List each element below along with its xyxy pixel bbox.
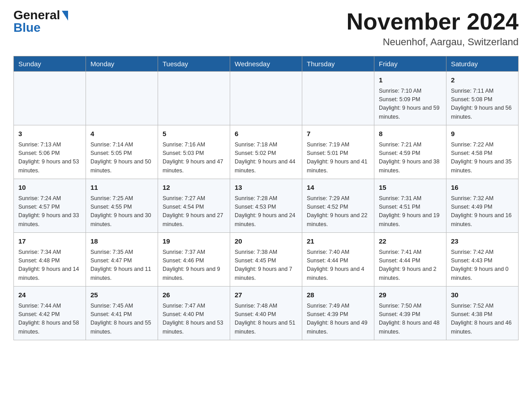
calendar-cell xyxy=(86,72,158,125)
calendar-cell: 1Sunrise: 7:10 AM Sunset: 5:09 PM Daylig… xyxy=(374,72,446,125)
calendar-cell: 26Sunrise: 7:47 AM Sunset: 4:40 PM Dayli… xyxy=(158,287,230,340)
calendar-cell: 27Sunrise: 7:48 AM Sunset: 4:40 PM Dayli… xyxy=(230,287,302,340)
day-number: 24 xyxy=(18,290,81,300)
day-info: Sunrise: 7:13 AM Sunset: 5:06 PM Dayligh… xyxy=(18,141,81,176)
header-day-tuesday: Tuesday xyxy=(158,56,230,72)
calendar-cell: 14Sunrise: 7:29 AM Sunset: 4:52 PM Dayli… xyxy=(302,179,374,233)
calendar-cell: 21Sunrise: 7:40 AM Sunset: 4:44 PM Dayli… xyxy=(302,233,374,287)
header-day-saturday: Saturday xyxy=(446,56,519,72)
logo-general: General xyxy=(13,9,60,21)
calendar-cell: 24Sunrise: 7:44 AM Sunset: 4:42 PM Dayli… xyxy=(14,287,86,340)
calendar-cell: 13Sunrise: 7:28 AM Sunset: 4:53 PM Dayli… xyxy=(230,179,302,233)
day-number: 22 xyxy=(379,236,442,247)
header-day-monday: Monday xyxy=(86,56,158,72)
day-number: 28 xyxy=(307,290,369,300)
day-info: Sunrise: 7:11 AM Sunset: 5:08 PM Dayligh… xyxy=(451,87,514,122)
calendar-cell: 25Sunrise: 7:45 AM Sunset: 4:41 PM Dayli… xyxy=(86,287,158,340)
day-info: Sunrise: 7:47 AM Sunset: 4:40 PM Dayligh… xyxy=(163,302,225,337)
day-number: 3 xyxy=(18,129,81,139)
day-info: Sunrise: 7:24 AM Sunset: 4:57 PM Dayligh… xyxy=(18,194,81,229)
days-header-row: SundayMondayTuesdayWednesdayThursdayFrid… xyxy=(14,56,519,72)
day-info: Sunrise: 7:42 AM Sunset: 4:43 PM Dayligh… xyxy=(451,248,514,283)
calendar-cell: 23Sunrise: 7:42 AM Sunset: 4:43 PM Dayli… xyxy=(446,233,519,287)
day-number: 17 xyxy=(18,236,81,247)
calendar-cell: 28Sunrise: 7:49 AM Sunset: 4:39 PM Dayli… xyxy=(302,287,374,340)
calendar-cell: 29Sunrise: 7:50 AM Sunset: 4:39 PM Dayli… xyxy=(374,287,446,340)
day-info: Sunrise: 7:16 AM Sunset: 5:03 PM Dayligh… xyxy=(163,141,225,176)
day-info: Sunrise: 7:31 AM Sunset: 4:51 PM Dayligh… xyxy=(379,194,442,229)
calendar-cell: 18Sunrise: 7:35 AM Sunset: 4:47 PM Dayli… xyxy=(86,233,158,287)
week-row-4: 17Sunrise: 7:34 AM Sunset: 4:48 PM Dayli… xyxy=(14,233,519,287)
calendar-cell xyxy=(158,72,230,125)
day-info: Sunrise: 7:25 AM Sunset: 4:55 PM Dayligh… xyxy=(90,194,153,229)
day-info: Sunrise: 7:21 AM Sunset: 4:59 PM Dayligh… xyxy=(379,141,442,176)
header-day-thursday: Thursday xyxy=(302,56,374,72)
day-info: Sunrise: 7:37 AM Sunset: 4:46 PM Dayligh… xyxy=(163,248,225,283)
day-info: Sunrise: 7:38 AM Sunset: 4:45 PM Dayligh… xyxy=(235,248,297,283)
calendar-cell: 6Sunrise: 7:18 AM Sunset: 5:02 PM Daylig… xyxy=(230,125,302,179)
day-number: 8 xyxy=(379,129,442,139)
calendar-cell: 17Sunrise: 7:34 AM Sunset: 4:48 PM Dayli… xyxy=(14,233,86,287)
calendar-cell: 20Sunrise: 7:38 AM Sunset: 4:45 PM Dayli… xyxy=(230,233,302,287)
day-info: Sunrise: 7:48 AM Sunset: 4:40 PM Dayligh… xyxy=(235,302,297,337)
calendar-cell xyxy=(14,72,86,125)
day-info: Sunrise: 7:28 AM Sunset: 4:53 PM Dayligh… xyxy=(235,194,297,229)
day-info: Sunrise: 7:40 AM Sunset: 4:44 PM Dayligh… xyxy=(307,248,369,283)
day-info: Sunrise: 7:34 AM Sunset: 4:48 PM Dayligh… xyxy=(18,248,81,283)
day-info: Sunrise: 7:45 AM Sunset: 4:41 PM Dayligh… xyxy=(90,302,153,337)
day-info: Sunrise: 7:50 AM Sunset: 4:39 PM Dayligh… xyxy=(379,302,442,337)
calendar-cell: 9Sunrise: 7:22 AM Sunset: 4:58 PM Daylig… xyxy=(446,125,519,179)
day-info: Sunrise: 7:18 AM Sunset: 5:02 PM Dayligh… xyxy=(235,141,297,176)
day-info: Sunrise: 7:22 AM Sunset: 4:58 PM Dayligh… xyxy=(451,141,514,176)
day-number: 27 xyxy=(235,290,297,300)
calendar-cell xyxy=(302,72,374,125)
day-number: 20 xyxy=(235,236,297,247)
day-info: Sunrise: 7:35 AM Sunset: 4:47 PM Dayligh… xyxy=(90,248,153,283)
day-number: 30 xyxy=(451,290,514,300)
calendar-cell: 22Sunrise: 7:41 AM Sunset: 4:44 PM Dayli… xyxy=(374,233,446,287)
day-number: 19 xyxy=(163,236,225,247)
calendar-cell: 16Sunrise: 7:32 AM Sunset: 4:49 PM Dayli… xyxy=(446,179,519,233)
week-row-3: 10Sunrise: 7:24 AM Sunset: 4:57 PM Dayli… xyxy=(14,179,519,233)
day-info: Sunrise: 7:19 AM Sunset: 5:01 PM Dayligh… xyxy=(307,141,369,176)
day-number: 6 xyxy=(235,129,297,139)
calendar-table: SundayMondayTuesdayWednesdayThursdayFrid… xyxy=(13,56,519,340)
day-number: 11 xyxy=(90,183,153,193)
day-number: 26 xyxy=(163,290,225,300)
day-number: 9 xyxy=(451,129,514,139)
calendar-cell: 3Sunrise: 7:13 AM Sunset: 5:06 PM Daylig… xyxy=(14,125,86,179)
week-row-5: 24Sunrise: 7:44 AM Sunset: 4:42 PM Dayli… xyxy=(14,287,519,340)
day-number: 1 xyxy=(379,75,442,86)
day-info: Sunrise: 7:29 AM Sunset: 4:52 PM Dayligh… xyxy=(307,194,369,229)
header: General Blue November 2024 Neuenhof, Aar… xyxy=(13,9,519,48)
day-number: 23 xyxy=(451,236,514,247)
calendar-cell xyxy=(230,72,302,125)
logo: General Blue xyxy=(13,9,68,34)
day-number: 15 xyxy=(379,183,442,193)
logo-blue: Blue xyxy=(13,21,41,34)
day-info: Sunrise: 7:10 AM Sunset: 5:09 PM Dayligh… xyxy=(379,87,442,122)
calendar-cell: 15Sunrise: 7:31 AM Sunset: 4:51 PM Dayli… xyxy=(374,179,446,233)
day-info: Sunrise: 7:27 AM Sunset: 4:54 PM Dayligh… xyxy=(163,194,225,229)
calendar-cell: 30Sunrise: 7:52 AM Sunset: 4:38 PM Dayli… xyxy=(446,287,519,340)
day-number: 7 xyxy=(307,129,369,139)
calendar-cell: 12Sunrise: 7:27 AM Sunset: 4:54 PM Dayli… xyxy=(158,179,230,233)
day-info: Sunrise: 7:49 AM Sunset: 4:39 PM Dayligh… xyxy=(307,302,369,337)
calendar-cell: 11Sunrise: 7:25 AM Sunset: 4:55 PM Dayli… xyxy=(86,179,158,233)
day-number: 4 xyxy=(90,129,153,139)
day-number: 14 xyxy=(307,183,369,193)
week-row-1: 1Sunrise: 7:10 AM Sunset: 5:09 PM Daylig… xyxy=(14,72,519,125)
day-number: 16 xyxy=(451,183,514,193)
day-number: 18 xyxy=(90,236,153,247)
day-info: Sunrise: 7:52 AM Sunset: 4:38 PM Dayligh… xyxy=(451,302,514,337)
header-day-friday: Friday xyxy=(374,56,446,72)
day-number: 2 xyxy=(451,75,514,86)
location-title: Neuenhof, Aargau, Switzerland xyxy=(347,36,519,48)
calendar-cell: 10Sunrise: 7:24 AM Sunset: 4:57 PM Dayli… xyxy=(14,179,86,233)
title-area: November 2024 Neuenhof, Aargau, Switzerl… xyxy=(347,9,519,48)
calendar-cell: 2Sunrise: 7:11 AM Sunset: 5:08 PM Daylig… xyxy=(446,72,519,125)
header-day-sunday: Sunday xyxy=(14,56,86,72)
day-info: Sunrise: 7:44 AM Sunset: 4:42 PM Dayligh… xyxy=(18,302,81,337)
calendar-cell: 7Sunrise: 7:19 AM Sunset: 5:01 PM Daylig… xyxy=(302,125,374,179)
day-number: 25 xyxy=(90,290,153,300)
